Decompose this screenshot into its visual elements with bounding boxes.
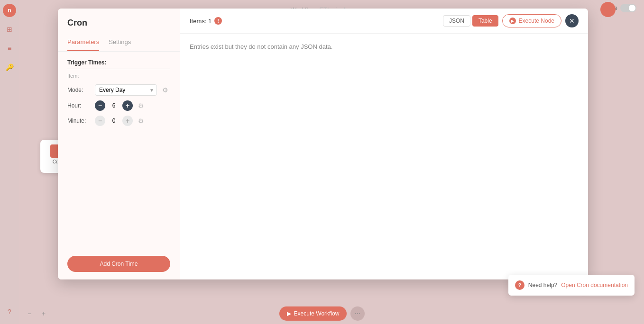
execute-node-button[interactable]: ▶ Execute Node [502,14,561,27]
hour-label: Hour: [67,102,92,109]
execute-workflow-button[interactable]: ▶ Execute Workflow [279,306,347,321]
item-label: Item: [67,73,170,79]
tab-settings[interactable]: Settings [109,34,131,51]
help-icon: ? [515,280,524,290]
minute-stepper: − 0 + [95,116,133,126]
list-icon[interactable]: ≡ [3,42,16,55]
cron-modal: Cron Parameters Settings Trigger Times: … [58,9,588,279]
hour-decrement-button[interactable]: − [95,100,105,111]
trigger-times-title: Trigger Times: [67,59,170,69]
minute-field-row: Minute: − 0 + ⚙ [67,116,170,126]
modal-right-header: Items: 1 ! JSON Table ▶ Execute Node ✕ [180,9,588,34]
mode-field-row: Mode: Every Day ▼ ⚙ [67,84,170,96]
execute-workflow-label: Execute Workflow [294,310,340,317]
minute-settings-gear[interactable]: ⚙ [136,116,146,126]
mode-label: Mode: [67,87,92,93]
modal-right-content: Entries exist but they do not contain an… [180,34,588,279]
execute-node-label: Execute Node [519,18,554,24]
minute-increment-button[interactable]: + [122,116,133,126]
modal-tabs: Parameters Settings [58,34,180,52]
need-help-text: Need help? [528,282,557,288]
mode-select-wrapper: Every Day ▼ [95,84,157,96]
close-modal-button[interactable]: ✕ [565,14,579,27]
help-tooltip: ? Need help? Open Cron documentation [508,275,635,296]
hour-field-row: Hour: − 6 + ⚙ [67,100,170,111]
mode-settings-gear[interactable]: ⚙ [160,85,170,95]
execute-workflow-icon: ▶ [287,310,291,317]
empty-message: Entries exist but they do not contain an… [190,43,332,50]
modal-right-actions: JSON Table ▶ Execute Node ✕ [443,14,579,27]
hour-stepper: − 6 + [95,100,133,111]
table-view-button[interactable]: Table [472,15,498,27]
minute-value: 0 [107,117,120,124]
minute-decrement-button[interactable]: − [95,116,105,126]
zoom-in-button[interactable]: + [38,308,49,319]
hour-settings-gear[interactable]: ⚙ [136,100,146,111]
modal-left-panel: Cron Parameters Settings Trigger Times: … [58,9,180,279]
bottom-bar: ▶ Execute Workflow ⋯ [0,303,644,324]
logo-icon[interactable]: n [3,4,16,17]
toggle-track[interactable] [620,4,636,12]
modal-right-panel: Items: 1 ! JSON Table ▶ Execute Node ✕ E… [180,9,588,279]
modal-left-content: Trigger Times: Item: Mode: Every Day ▼ ⚙… [58,52,180,248]
items-count-text: Items: 1 [190,18,212,25]
zoom-controls: − + [24,308,49,319]
avatar[interactable] [600,2,616,17]
json-view-button[interactable]: JSON [443,15,470,27]
minute-label: Minute: [67,117,92,124]
mode-select-value[interactable]: Every Day [95,84,157,96]
tab-parameters[interactable]: Parameters [67,34,99,51]
grid-icon[interactable]: ⊞ [3,23,16,36]
hour-increment-button[interactable]: + [122,100,133,111]
hour-value: 6 [107,102,120,109]
workflow-options-button[interactable]: ⋯ [350,306,365,321]
modal-title: Cron [58,9,180,34]
execute-node-icon: ▶ [509,18,516,24]
chevron-down-icon: ▼ [149,88,154,93]
key-icon[interactable]: 🔑 [3,61,16,74]
zoom-out-button[interactable]: − [24,308,35,319]
toggle-thumb [629,5,635,11]
cron-docs-link[interactable]: Open Cron documentation [561,282,628,288]
left-sidebar: n ⊞ ≡ 🔑 ? [0,0,19,324]
view-toggle: JSON Table [443,15,498,27]
add-cron-time-button[interactable]: Add Cron Time [67,256,170,272]
info-icon[interactable]: ! [214,17,222,25]
items-count-area: Items: 1 ! [190,17,222,25]
